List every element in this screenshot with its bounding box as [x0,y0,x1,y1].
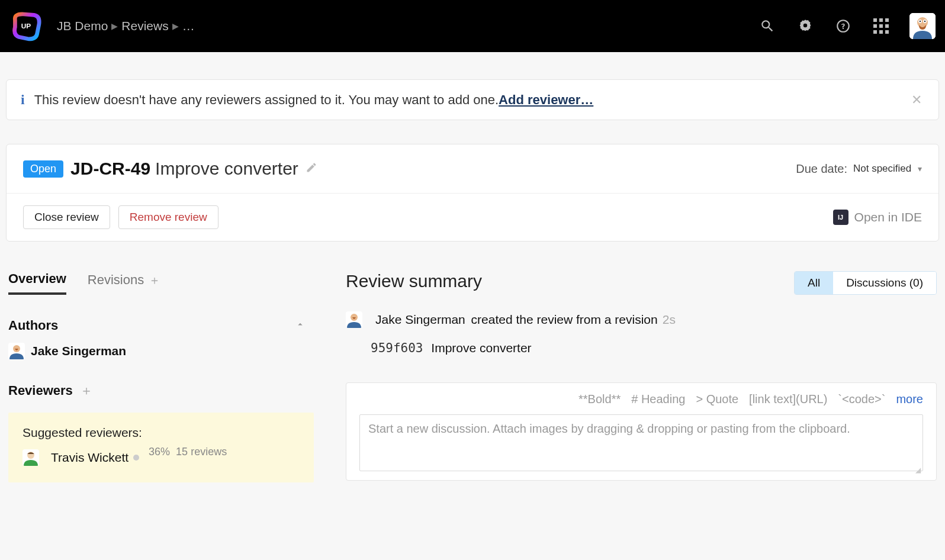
review-summary-title: Review summary [346,271,482,291]
due-date-value: Not specified [853,163,911,174]
banner-text: This review doesn't have any reviewers a… [34,92,499,108]
avatar-icon [346,311,362,328]
svg-point-3 [917,17,928,28]
suggested-reviewer-name: Travis Wickett [51,450,128,465]
tab-revisions-label: Revisions [88,272,144,288]
avatar-icon [22,449,39,466]
authors-section-header: Authors [8,318,316,333]
suggested-reviewer-row[interactable]: Travis Wickett 36% 15 reviews [22,449,300,466]
tab-overview-label: Overview [8,271,66,287]
discussion-composer: **Bold** # Heading > Quote [link text](U… [346,382,937,481]
info-icon: i [21,92,25,108]
suggested-reviewer-stats: 36% 15 reviews [149,446,227,458]
svg-point-6 [920,21,921,22]
user-avatar[interactable] [909,13,936,39]
edit-title-icon[interactable] [306,162,317,176]
due-date-label: Due date: [796,162,847,176]
filter-discussions[interactable]: Discussions (0) [833,272,936,294]
open-in-ide-label: Open in IDE [854,210,922,224]
reviewers-section-header: Reviewers ＋ [8,382,316,400]
remove-review-button[interactable]: Remove review [118,205,218,229]
author-name: Jake Singerman [31,344,126,358]
filter-all[interactable]: All [795,272,833,294]
gear-icon[interactable] [792,13,818,39]
reviewers-label: Reviewers [8,383,73,398]
search-icon[interactable] [754,13,780,39]
feed-item: Jake Singerman created the review from a… [346,311,937,328]
feed-actor[interactable]: Jake Singerman [375,313,465,326]
breadcrumb: JB Demo ▶ Reviews ▶ … [57,19,195,33]
apps-grid-icon[interactable] [868,13,894,39]
add-reviewer-icon[interactable]: ＋ [80,382,93,400]
close-icon[interactable]: ✕ [909,92,924,108]
feed-time: 2s [663,313,676,327]
hint-bold[interactable]: **Bold** [578,392,621,406]
review-title: Improve converter [155,159,298,179]
hint-more[interactable]: more [896,392,923,406]
breadcrumb-section[interactable]: Reviews [121,19,168,33]
author-row[interactable]: Jake Singerman [8,343,316,359]
commit-message: Improve converter [431,341,531,355]
chevron-right-icon: ▶ [111,21,118,31]
svg-point-7 [924,21,926,22]
avatar-icon [8,343,25,359]
main-content: Review summary All Discussions (0) Jake … [346,271,937,482]
hint-link[interactable]: [link text](URL) [749,392,827,406]
feed-commit[interactable]: 959f603 Improve converter [371,341,937,355]
tab-revisions[interactable]: Revisions ＋ [88,271,160,295]
chevron-down-icon: ▾ [918,164,922,173]
no-reviewers-banner: i This review doesn't have any reviewers… [6,79,939,120]
feed-action: created the review from a revision [471,313,658,326]
help-icon[interactable] [830,13,856,39]
breadcrumb-current: … [182,19,195,33]
breadcrumb-project[interactable]: JB Demo [57,19,108,33]
markdown-hints: **Bold** # Heading > Quote [link text](U… [359,392,923,406]
collapse-authors-icon[interactable] [295,318,306,333]
tab-overview[interactable]: Overview [8,271,66,295]
status-badge: Open [23,160,63,178]
close-review-button[interactable]: Close review [23,205,110,229]
due-date-selector[interactable]: Not specified ▾ [853,163,922,175]
add-reviewer-link[interactable]: Add reviewer… [499,92,593,108]
presence-dot-icon [133,455,139,461]
top-bar: UP JB Demo ▶ Reviews ▶ … [0,0,945,52]
summary-filter: All Discussions (0) [794,271,937,295]
left-tabs: Overview Revisions ＋ [8,271,316,295]
left-sidebar: Overview Revisions ＋ Authors Jake Singer… [8,271,316,482]
commit-hash: 959f603 [371,341,423,355]
review-header-card: Open JD-CR-49 Improve converter Due date… [6,144,939,242]
review-id: JD-CR-49 [70,159,150,179]
hint-heading[interactable]: # Heading [631,392,685,406]
authors-label: Authors [8,318,58,333]
hint-quote[interactable]: > Quote [696,392,738,406]
plus-icon: ＋ [149,272,160,288]
chevron-right-icon: ▶ [172,21,179,31]
svg-text:UP: UP [21,22,31,30]
ide-icon: IJ [833,210,848,225]
suggested-reviewers-title: Suggested reviewers: [22,426,300,440]
discussion-textarea[interactable] [359,414,923,471]
hint-code[interactable]: `<code>` [838,392,885,406]
app-logo[interactable]: UP [7,7,45,45]
suggested-reviewers-box: Suggested reviewers: Travis Wickett 36% … [8,413,314,482]
open-in-ide-button[interactable]: IJ Open in IDE [833,210,922,225]
